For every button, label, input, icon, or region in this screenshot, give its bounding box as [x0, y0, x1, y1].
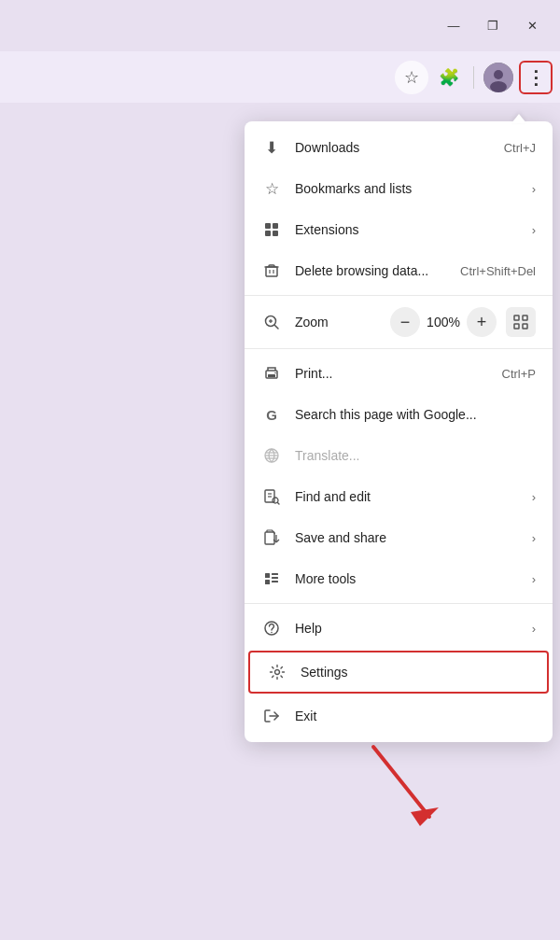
translate-icon [261, 445, 282, 466]
svg-rect-20 [268, 374, 275, 377]
menu-item-downloads[interactable]: ⬇ Downloads Ctrl+J [245, 127, 553, 168]
menu-item-exit[interactable]: Exit [245, 695, 553, 737]
menu-item-delete-browsing[interactable]: Delete browsing data... Ctrl+Shift+Del [245, 250, 553, 291]
save-share-label: Save and share [295, 530, 525, 545]
help-chevron: › [532, 622, 536, 636]
settings-icon [267, 662, 287, 682]
menu-item-more-tools[interactable]: More tools › [245, 558, 553, 599]
menu-item-help[interactable]: Help › [245, 608, 553, 649]
bookmarks-chevron: › [532, 182, 536, 196]
profile-avatar[interactable] [482, 61, 515, 94]
extensions-label: Extensions [295, 222, 525, 237]
svg-rect-7 [266, 267, 277, 276]
svg-rect-6 [273, 231, 278, 236]
zoom-out-button[interactable]: − [390, 307, 420, 337]
bookmarks-icon: ☆ [261, 178, 282, 199]
delete-browsing-shortcut: Ctrl+Shift+Del [460, 264, 536, 278]
print-label: Print... [295, 366, 495, 381]
svg-rect-4 [273, 223, 278, 229]
menu-item-translate[interactable]: Translate... [245, 435, 553, 476]
more-tools-chevron: › [532, 572, 536, 586]
zoom-row: Zoom − 100% + [245, 300, 553, 344]
svg-point-21 [274, 372, 276, 374]
downloads-icon: ⬇ [261, 137, 282, 158]
svg-point-41 [271, 632, 273, 634]
menu-item-bookmarks[interactable]: ☆ Bookmarks and lists › [245, 168, 553, 209]
exit-label: Exit [295, 709, 536, 723]
svg-point-42 [275, 670, 280, 675]
divider-3 [245, 603, 553, 604]
menu-item-find-edit[interactable]: Find and edit › [245, 476, 553, 517]
svg-rect-39 [272, 581, 278, 582]
help-icon [261, 618, 282, 638]
bookmarks-label: Bookmarks and lists [295, 181, 525, 196]
close-button[interactable]: ✕ [513, 11, 551, 41]
svg-line-44 [373, 747, 429, 817]
zoom-value: 100% [426, 315, 461, 330]
more-tools-label: More tools [295, 571, 525, 586]
find-edit-chevron: › [532, 490, 536, 504]
menu-button[interactable]: ⋮ [519, 61, 553, 94]
svg-rect-3 [265, 223, 271, 229]
svg-marker-45 [411, 807, 439, 826]
extensions-chevron: › [532, 223, 536, 237]
help-label: Help [295, 621, 525, 636]
titlebar: — ❐ ✕ [0, 0, 560, 51]
svg-point-1 [494, 70, 503, 79]
menu-item-print[interactable]: Print... Ctrl+P [245, 353, 553, 394]
svg-rect-31 [265, 532, 274, 544]
settings-label: Settings [301, 665, 530, 680]
zoom-controls: − 100% + [390, 307, 536, 337]
menu-arrow [511, 114, 526, 123]
delete-browsing-label: Delete browsing data... [295, 263, 453, 278]
find-edit-label: Find and edit [295, 489, 525, 504]
zoom-label: Zoom [295, 315, 390, 330]
exit-icon [261, 706, 282, 726]
zoom-fullscreen-button[interactable] [506, 307, 536, 337]
search-google-label: Search this page with Google... [295, 407, 536, 422]
save-share-icon [261, 527, 282, 548]
save-share-chevron: › [532, 531, 536, 545]
divider-1 [245, 295, 553, 296]
svg-rect-15 [514, 316, 519, 320]
downloads-shortcut: Ctrl+J [504, 141, 536, 155]
red-arrow-indicator [355, 728, 467, 840]
left-edge [0, 103, 15, 849]
avatar-image [483, 63, 513, 92]
translate-label: Translate... [295, 448, 536, 463]
menu-item-save-share[interactable]: Save and share › [245, 517, 553, 558]
svg-line-12 [275, 326, 279, 330]
extensions-icon[interactable]: 🧩 [432, 61, 466, 94]
svg-rect-17 [514, 324, 519, 329]
svg-point-2 [490, 81, 507, 92]
print-icon [261, 363, 282, 384]
downloads-label: Downloads [295, 140, 497, 155]
menu-item-extensions[interactable]: Extensions › [245, 209, 553, 250]
find-edit-icon [261, 486, 282, 507]
svg-rect-16 [523, 316, 527, 320]
svg-rect-5 [265, 231, 271, 236]
dropdown-menu: ⬇ Downloads Ctrl+J ☆ Bookmarks and lists… [245, 121, 553, 742]
svg-rect-35 [265, 573, 270, 578]
divider-2 [245, 348, 553, 349]
delete-icon [261, 260, 282, 281]
zoom-icon [261, 312, 282, 332]
more-tools-icon [261, 568, 282, 589]
svg-line-28 [277, 502, 279, 504]
minimize-button[interactable]: — [435, 11, 472, 41]
svg-rect-18 [523, 324, 527, 329]
maximize-button[interactable]: ❐ [474, 11, 511, 41]
divider-toolbar [473, 66, 474, 89]
svg-rect-37 [272, 573, 278, 575]
browser-toolbar: ☆ 🧩 ⋮ [0, 51, 560, 103]
print-shortcut: Ctrl+P [502, 367, 536, 381]
menu-item-settings[interactable]: Settings [248, 651, 549, 694]
menu-item-search-google[interactable]: G Search this page with Google... [245, 394, 553, 435]
svg-rect-38 [272, 577, 278, 579]
google-icon: G [261, 404, 282, 425]
zoom-in-button[interactable]: + [467, 307, 497, 337]
svg-rect-36 [265, 580, 270, 584]
extensions-menu-icon [261, 219, 282, 240]
bookmark-icon[interactable]: ☆ [395, 61, 428, 94]
